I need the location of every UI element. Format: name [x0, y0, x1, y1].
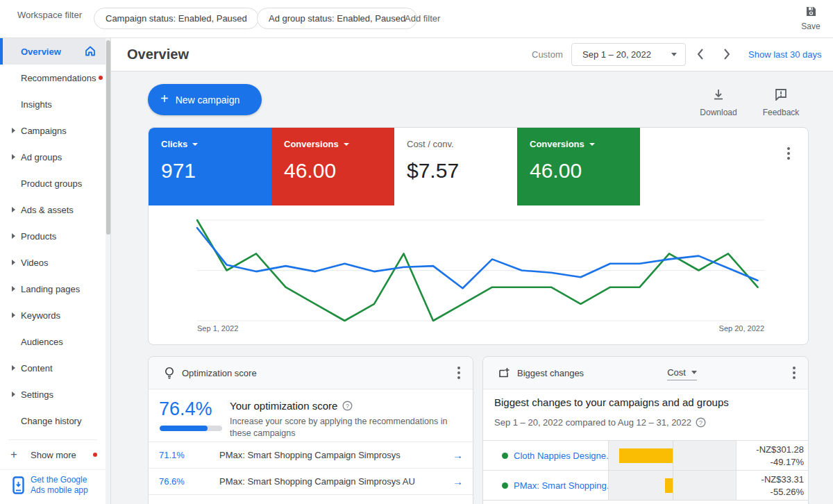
optimization-card-header: Optimization score — [149, 357, 473, 389]
overview-chart — [149, 205, 809, 345]
metric-card-cost-conv[interactable]: Cost / conv.$7.57 — [394, 128, 517, 205]
optimization-description: Increase your score by applying the reco… — [230, 416, 466, 439]
sidebar-item-campaigns[interactable]: Campaigns — [0, 117, 106, 144]
save-button[interactable]: Save — [797, 6, 825, 31]
sidebar-scrollbar[interactable] — [106, 38, 111, 504]
biggest-changes-card-header: Biggest changes Cost — [483, 357, 808, 389]
plus-icon: + — [10, 448, 17, 462]
date-range-selector[interactable]: Sep 1 – 20, 2022 — [571, 43, 686, 66]
optimization-heading: Your optimization score — [230, 400, 337, 412]
metric-cards: Clicks971Conversions46.00Cost / conv.$7.… — [149, 128, 808, 205]
chart-card-menu-button[interactable] — [784, 144, 793, 162]
campaign-name: PMax: Smart Shopping Campaign Simprosys — [219, 450, 453, 460]
chevron-down-icon — [192, 143, 198, 146]
page-title: Overview — [127, 47, 189, 62]
sidebar-item-settings[interactable]: Settings — [0, 381, 106, 408]
sidebar-item-product-groups[interactable]: Product groups — [0, 170, 106, 196]
sidebar-item-audiences[interactable]: Audiences — [0, 328, 106, 355]
workspace-filter-label: Workspace filter — [17, 10, 82, 20]
x-axis-end-label: Sep 20, 2022 — [719, 324, 764, 333]
campaign-link[interactable]: PMax: Smart Shopping... — [514, 480, 608, 491]
previous-period-button[interactable] — [696, 48, 705, 63]
sidebar-item-insights[interactable]: Insights — [0, 91, 106, 117]
change-percent: -49.17% — [771, 457, 804, 467]
sidebar-item-landing-pages[interactable]: Landing pages — [0, 276, 106, 302]
download-button[interactable]: Download — [694, 88, 743, 117]
expand-caret-icon — [12, 260, 15, 265]
help-icon[interactable]: ? — [696, 417, 706, 428]
optimization-row-nz-search-like-keywords: 91.5%NZ Search like Keywords→ — [149, 494, 473, 504]
metric-value: 46.00 — [284, 159, 394, 183]
change-value: -NZ$33.31 — [762, 474, 804, 485]
biggest-changes-menu-button[interactable] — [790, 364, 798, 382]
sidebar-item-ad-groups[interactable]: Ad groups — [0, 144, 106, 170]
sidebar-show-more[interactable]: + Show more — [0, 440, 106, 469]
campaign-link[interactable]: Cloth Nappies Designe... — [514, 451, 608, 461]
sidebar-item-recommendations[interactable]: Recommendations — [0, 65, 106, 91]
expand-caret-icon — [12, 392, 15, 397]
table-row — [483, 500, 809, 504]
biggest-changes-title: Biggest changes to your campaigns and ad… — [494, 396, 729, 408]
campaign-name: PMax: Smart Shopping Campaign Simprosys … — [219, 476, 453, 487]
feedback-button[interactable]: Feedback — [757, 88, 805, 117]
sidebar-item-ads-assets[interactable]: Ads & assets — [0, 196, 106, 223]
save-icon — [805, 6, 817, 17]
metric-card-clicks[interactable]: Clicks971 — [149, 128, 271, 205]
plus-icon: + — [160, 91, 169, 107]
chevron-down-icon — [589, 143, 595, 146]
metric-value: 971 — [161, 159, 271, 183]
new-campaign-button[interactable]: + New campaign — [148, 84, 262, 115]
svg-text:?: ? — [699, 419, 702, 426]
performance-chart-card: Clicks971Conversions46.00Cost / conv.$7.… — [148, 127, 809, 345]
biggest-changes-sort-dropdown[interactable]: Cost — [667, 366, 697, 380]
main-header: Overview Custom Sep 1 – 20, 2022 Show la… — [111, 38, 833, 72]
help-icon[interactable]: ? — [342, 401, 353, 411]
expand-caret-icon — [12, 128, 15, 133]
sidebar-item-change-history[interactable]: Change history — [0, 408, 106, 434]
metric-value: $7.57 — [407, 159, 517, 183]
biggest-changes-row-pmax-smart-shopping: PMax: Smart Shopping...-NZ$33.31-55.26% — [483, 470, 809, 500]
sidebar-items: OverviewRecommendationsInsightsCampaigns… — [0, 38, 106, 434]
show-last-30-days-link[interactable]: Show last 30 days — [748, 49, 822, 60]
expand-caret-icon — [12, 154, 15, 160]
sidebar-mobile-app-link[interactable]: Get the Google Ads mobile app — [0, 469, 106, 500]
status-dot-enabled — [502, 482, 508, 489]
lightbulb-icon — [164, 367, 175, 379]
sidebar-scrollbar-thumb[interactable] — [106, 40, 110, 235]
chevron-down-icon — [344, 143, 349, 146]
expand-caret-icon — [12, 365, 15, 371]
x-axis-start-label: Sep 1, 2022 — [197, 324, 238, 333]
change-bar — [665, 478, 672, 493]
campaign-score: 71.1% — [149, 450, 219, 460]
custom-range-label: Custom — [532, 49, 563, 60]
ad-group-status-filter-chip[interactable]: Ad group status: Enabled, Paused — [257, 8, 417, 29]
expand-caret-icon — [12, 207, 15, 212]
optimization-row-pmax-smart-shopping-campaign-simprosys: 71.1%PMax: Smart Shopping Campaign Simpr… — [149, 442, 473, 468]
bar-axis — [673, 471, 673, 500]
metric-card-conversions[interactable]: Conversions46.00 — [271, 128, 394, 205]
change-bar — [619, 448, 672, 463]
mobile-app-icon — [12, 476, 24, 494]
add-filter-button[interactable]: Add filter — [405, 13, 440, 24]
campaign-status-filter-chip[interactable]: Campaign status: Enabled, Paused — [94, 8, 259, 29]
expand-caret-icon — [12, 312, 15, 318]
sidebar-item-overview[interactable]: Overview — [0, 38, 106, 65]
arrow-right-icon[interactable]: → — [453, 449, 473, 461]
next-period-button[interactable] — [723, 48, 731, 63]
svg-text:?: ? — [346, 403, 349, 410]
chevron-down-icon — [671, 53, 677, 56]
sidebar-item-keywords[interactable]: Keywords — [0, 302, 106, 328]
optimization-campaign-rows: 71.1%PMax: Smart Shopping Campaign Simpr… — [149, 442, 473, 504]
sidebar-item-products[interactable]: Products — [0, 223, 106, 249]
optimization-card-menu-button[interactable] — [455, 364, 463, 382]
biggest-changes-row-cloth-nappies-designe: Cloth Nappies Designe...-NZ$301.28-49.17… — [483, 440, 809, 470]
feedback-icon — [775, 88, 787, 101]
biggest-changes-icon — [498, 367, 510, 378]
metric-card-conversions[interactable]: Conversions46.00 — [517, 128, 640, 205]
arrow-right-icon[interactable]: → — [453, 476, 473, 487]
expand-caret-icon — [12, 233, 15, 239]
optimization-score-value: 76.4% — [159, 398, 212, 420]
notification-dot — [99, 76, 103, 80]
sidebar-item-videos[interactable]: Videos — [0, 249, 106, 276]
sidebar-item-content[interactable]: Content — [0, 355, 106, 381]
